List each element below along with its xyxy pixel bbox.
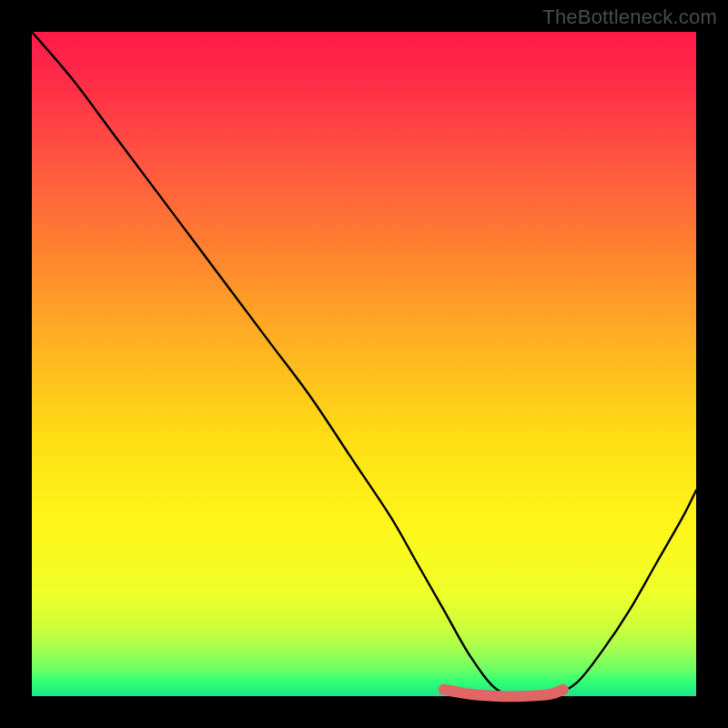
optimal-band-path xyxy=(444,690,563,697)
watermark-text: TheBottleneck.com xyxy=(542,5,717,29)
chart-frame: TheBottleneck.com xyxy=(0,0,728,728)
chart-svg xyxy=(32,32,696,696)
bottleneck-curve-path xyxy=(32,32,696,697)
plot-area xyxy=(32,32,696,696)
